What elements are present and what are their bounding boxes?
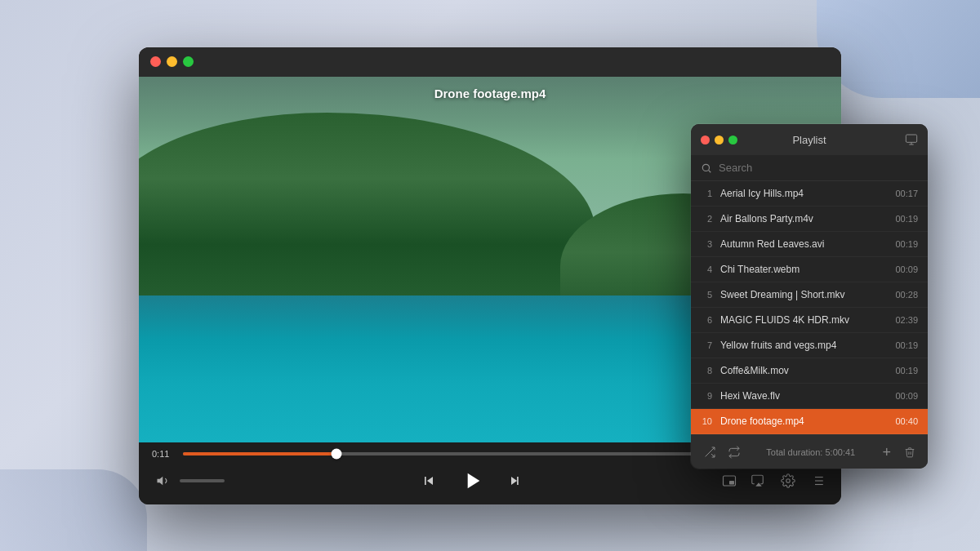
item-name: Air Ballons Party.m4v — [720, 213, 887, 224]
svg-rect-10 — [906, 135, 916, 142]
playlist-window-buttons — [701, 136, 737, 144]
playlist-item[interactable]: 7 Yellow fruits and vegs.mp4 00:19 — [691, 333, 928, 358]
volume-bar[interactable] — [180, 479, 225, 482]
item-name: Sweet Dreaming | Short.mkv — [720, 289, 887, 300]
screen-icon[interactable] — [905, 133, 918, 146]
item-duration: 00:17 — [895, 189, 918, 198]
repeat-icon[interactable] — [725, 443, 743, 461]
item-duration: 00:19 — [895, 239, 918, 249]
search-input[interactable] — [719, 162, 918, 174]
item-name: Drone footage.mp4 — [720, 415, 887, 427]
playlist-minimize-button[interactable] — [715, 136, 724, 144]
title-bar — [139, 47, 841, 77]
item-duration: 00:19 — [895, 340, 918, 350]
item-number: 6 — [701, 315, 712, 325]
item-number: 9 — [701, 391, 712, 401]
playlist-item[interactable]: 4 Chi Theater.webm 00:09 — [691, 257, 928, 282]
playlist-footer: Total duration: 5:00:41 + — [691, 434, 928, 469]
item-name: MAGIC FLUIDS 4K HDR.mkv — [720, 314, 887, 326]
item-name: Chi Theater.webm — [720, 264, 887, 275]
add-button[interactable]: + — [878, 443, 895, 461]
window-buttons — [150, 56, 194, 67]
right-controls — [719, 470, 828, 491]
item-duration: 00:28 — [895, 290, 918, 300]
maximize-button[interactable] — [183, 56, 194, 67]
item-number: 2 — [701, 214, 712, 224]
settings-button[interactable] — [777, 470, 799, 491]
pip-button[interactable] — [719, 470, 740, 491]
svg-line-14 — [709, 170, 711, 172]
item-duration: 00:19 — [895, 214, 918, 224]
playlist-maximize-button[interactable] — [728, 136, 737, 144]
video-title: Drone footage.mp4 — [434, 87, 546, 100]
svg-marker-2 — [755, 482, 762, 487]
skip-back-button[interactable] — [417, 469, 440, 492]
playlist-item[interactable]: 8 Coffe&Milk.mov 00:19 — [691, 358, 928, 384]
svg-point-13 — [702, 164, 709, 171]
item-duration: 00:19 — [895, 366, 918, 375]
shuffle-icon[interactable] — [701, 443, 719, 461]
item-number: 4 — [701, 264, 712, 274]
item-duration: 00:09 — [895, 391, 918, 401]
close-button[interactable] — [150, 56, 161, 67]
total-duration: Total duration: 5:00:41 — [750, 447, 871, 457]
search-bar — [691, 155, 928, 181]
playlist-item[interactable]: 6 MAGIC FLUIDS 4K HDR.mkv 02:39 — [691, 308, 928, 333]
item-number: 1 — [701, 189, 712, 198]
item-number: 10 — [701, 416, 712, 426]
item-number: 5 — [701, 290, 712, 300]
playlist-item[interactable]: 5 Sweet Dreaming | Short.mkv 00:28 — [691, 282, 928, 308]
item-number: 7 — [701, 340, 712, 350]
item-number: 3 — [701, 239, 712, 249]
item-duration: 00:09 — [895, 264, 918, 274]
playlist-items: 1 Aerial Icy Hills.mp4 00:17 2 Air Ballo… — [691, 181, 928, 434]
playlist-item[interactable]: 2 Air Ballons Party.m4v 00:19 — [691, 207, 928, 232]
playlist-toggle-button[interactable] — [807, 470, 828, 491]
playlist-close-button[interactable] — [701, 136, 710, 144]
play-button[interactable] — [457, 465, 488, 496]
playlist-item[interactable]: 9 Hexi Wave.flv 00:09 — [691, 384, 928, 409]
buttons-row — [152, 465, 828, 496]
center-controls — [417, 465, 527, 496]
airplay-button[interactable] — [748, 470, 769, 491]
item-number: 8 — [701, 366, 712, 375]
item-name: Autumn Red Leaves.avi — [720, 238, 887, 250]
playlist-titlebar: Playlist — [691, 124, 928, 155]
svg-line-16 — [711, 454, 715, 457]
playlist-panel: Playlist 1 Aerial Icy Hills.mp4 00:17 2 … — [691, 124, 928, 469]
svg-point-3 — [786, 478, 791, 482]
item-name: Hexi Wave.flv — [720, 390, 887, 402]
search-icon — [701, 162, 712, 174]
remove-button[interactable] — [902, 444, 918, 460]
current-time: 0:11 — [152, 449, 175, 459]
minimize-button[interactable] — [167, 56, 177, 67]
item-name: Aerial Icy Hills.mp4 — [720, 188, 887, 199]
progress-fill — [183, 452, 336, 455]
left-controls — [152, 469, 225, 492]
playlist-title: Playlist — [792, 134, 826, 146]
item-duration: 00:40 — [895, 416, 918, 426]
volume-icon[interactable] — [152, 469, 175, 492]
item-name: Coffe&Milk.mov — [720, 365, 887, 376]
item-name: Yellow fruits and vegs.mp4 — [720, 340, 887, 351]
item-duration: 02:39 — [895, 315, 918, 325]
svg-rect-1 — [729, 481, 734, 485]
playlist-item[interactable]: 10 Drone footage.mp4 00:40 — [691, 409, 928, 434]
playlist-item[interactable]: 1 Aerial Icy Hills.mp4 00:17 — [691, 181, 928, 207]
skip-forward-button[interactable] — [504, 469, 527, 492]
playlist-item[interactable]: 3 Autumn Red Leaves.avi 00:19 — [691, 232, 928, 257]
progress-thumb[interactable] — [332, 448, 342, 459]
